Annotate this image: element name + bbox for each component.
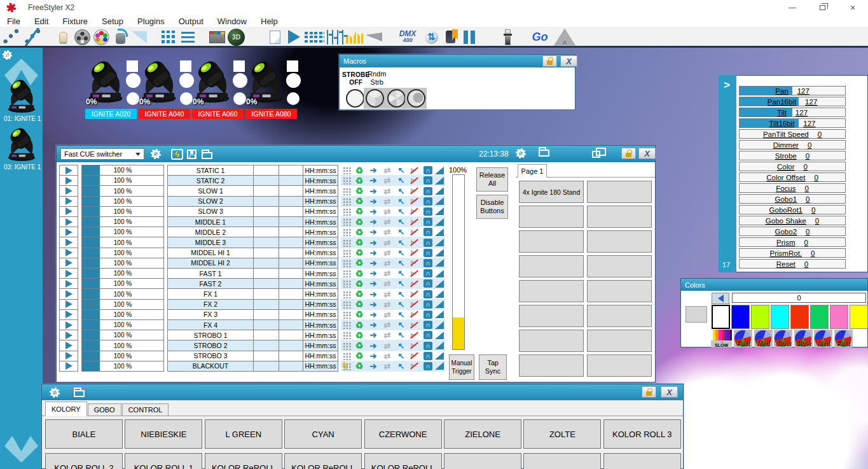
- mute-icon[interactable]: [410, 228, 421, 237]
- page-cue-button[interactable]: [587, 280, 652, 302]
- shuffle-icon[interactable]: [382, 351, 393, 360]
- cue-name[interactable]: BLACKOUT: [167, 361, 254, 372]
- cue-cell-empty[interactable]: [253, 361, 279, 372]
- cue-cell-empty[interactable]: [279, 185, 303, 196]
- channel-slider-tilt16bit[interactable]: Tilt16bit127: [739, 118, 846, 128]
- color-wheel-button-med[interactable]: Med: [754, 330, 773, 347]
- fade-mode-icon[interactable]: [424, 331, 432, 339]
- color-swatch[interactable]: [771, 305, 789, 329]
- channel-slider-reset[interactable]: Reset0: [739, 259, 846, 269]
- fade-mode-icon[interactable]: [424, 279, 432, 288]
- jump-back-icon[interactable]: [396, 248, 407, 257]
- mute-icon[interactable]: [410, 310, 421, 319]
- loop-icon[interactable]: [354, 290, 365, 298]
- menu-setup[interactable]: Setup: [95, 17, 130, 26]
- palette-lock-button[interactable]: [642, 386, 656, 398]
- cue-cell-empty[interactable]: [279, 227, 303, 237]
- cue-level-bar[interactable]: 100 %: [81, 288, 164, 299]
- jump-back-icon[interactable]: [396, 331, 407, 340]
- palette-button[interactable]: NIEBIESKIE: [125, 419, 202, 449]
- page-cue-button[interactable]: [519, 230, 584, 253]
- jump-back-icon[interactable]: [396, 166, 407, 175]
- ramp-icon[interactable]: [435, 187, 444, 195]
- fade-mode-icon[interactable]: [424, 300, 432, 309]
- master-fader-icon[interactable]: [499, 28, 516, 46]
- stage-fixture[interactable]: 0%IGNITE A080: [245, 55, 298, 135]
- ramp-icon[interactable]: [435, 321, 444, 329]
- color-wheel-button-med[interactable]: Med: [814, 330, 832, 347]
- mute-icon[interactable]: [410, 279, 421, 288]
- cue-name[interactable]: STATIC 1: [167, 165, 254, 176]
- forward-icon[interactable]: [368, 186, 379, 195]
- stage-fixture[interactable]: 0%IGNITE A040: [138, 55, 191, 135]
- color-wheel-button-slow[interactable]: Slow: [774, 330, 792, 347]
- dots-grid-icon[interactable]: [342, 207, 351, 216]
- loop-icon[interactable]: [354, 228, 365, 237]
- forward-icon[interactable]: [368, 351, 379, 360]
- forward-icon[interactable]: [368, 238, 379, 247]
- lamp-icon[interactable]: [55, 28, 71, 46]
- dots-grid-icon[interactable]: [342, 218, 351, 226]
- mute-icon[interactable]: [410, 361, 421, 370]
- cue-play-button[interactable]: [59, 340, 78, 351]
- cue-time-cell[interactable]: HH:mm:ss: [303, 288, 338, 299]
- cue-name[interactable]: MIDDLE 3: [167, 237, 254, 248]
- page-cue-button[interactable]: [587, 330, 652, 352]
- color-wheel-button-fast[interactable]: Fast: [734, 330, 752, 347]
- shuffle-icon[interactable]: [382, 176, 393, 185]
- channel-slider-focus[interactable]: Focus0: [739, 183, 846, 193]
- new-file-icon[interactable]: [266, 28, 283, 46]
- cue-name[interactable]: FX 2: [167, 299, 254, 310]
- cue-cell-empty[interactable]: [279, 165, 303, 176]
- cue-time-cell[interactable]: HH:mm:ss: [303, 175, 338, 186]
- palette-button[interactable]: KOLOR ROLL 2: [45, 453, 123, 469]
- cue-play-button[interactable]: [59, 175, 78, 186]
- macro-button-1[interactable]: [344, 88, 366, 109]
- cue-play-button[interactable]: [59, 185, 78, 196]
- forward-icon[interactable]: [368, 218, 379, 227]
- cue-play-button[interactable]: [59, 216, 78, 227]
- fade-mode-icon[interactable]: [424, 239, 432, 247]
- fade-mode-icon[interactable]: [424, 311, 432, 319]
- open-icon[interactable]: [202, 152, 212, 159]
- channel-slider-pantilt-speed[interactable]: PanTilt Speed0: [739, 129, 846, 139]
- cue-cell-empty[interactable]: [253, 309, 279, 320]
- cue-play-button[interactable]: [59, 319, 78, 330]
- cue-name[interactable]: FAST 2: [167, 278, 254, 289]
- dots-grid-icon[interactable]: [342, 166, 351, 174]
- fixture-label[interactable]: IGNITE A060: [192, 109, 244, 119]
- play-icon[interactable]: [286, 28, 302, 46]
- beam-icon[interactable]: [131, 28, 148, 46]
- cue-name[interactable]: STROBO 1: [167, 330, 254, 340]
- color-swatch[interactable]: [751, 305, 769, 329]
- cue-name[interactable]: MIDDEL HI 2: [167, 258, 254, 269]
- dots-grid-icon[interactable]: [342, 259, 351, 267]
- forward-icon[interactable]: [368, 321, 379, 330]
- cue-cell-empty[interactable]: [253, 196, 279, 207]
- ramp-icon[interactable]: [435, 300, 444, 308]
- cue-time-cell[interactable]: HH:mm:ss: [303, 196, 338, 207]
- cue-level-bar[interactable]: 100 %: [81, 268, 164, 279]
- page-cue-button[interactable]: [519, 305, 584, 327]
- mute-icon[interactable]: [410, 248, 421, 257]
- forward-icon[interactable]: [368, 300, 379, 309]
- jump-back-icon[interactable]: [396, 186, 407, 195]
- jump-back-icon[interactable]: [396, 341, 407, 350]
- cue-cell-empty[interactable]: [253, 268, 279, 279]
- dots-grid-icon[interactable]: [342, 269, 351, 277]
- ramp-icon[interactable]: [435, 177, 444, 185]
- page-tab[interactable]: Page 1: [518, 164, 547, 178]
- ramp-icon[interactable]: [435, 342, 444, 349]
- save-icon[interactable]: [187, 150, 196, 159]
- cue-cell-empty[interactable]: [279, 268, 303, 279]
- cue-titlebar[interactable]: Fast CUE switcher ϟ 22:13:38: [57, 146, 655, 162]
- palette-button[interactable]: [444, 453, 521, 469]
- color-swatch[interactable]: [810, 305, 829, 329]
- cue-name[interactable]: FAST 1: [167, 268, 254, 279]
- close-button[interactable]: ×: [837, 0, 868, 15]
- cue-time-cell[interactable]: HH:mm:ss: [303, 248, 338, 258]
- shuffle-icon[interactable]: [382, 269, 393, 278]
- s2l-icon[interactable]: A: [554, 29, 575, 46]
- color-wheel-button-fast[interactable]: Fast: [834, 330, 853, 347]
- cue-level-bar[interactable]: 100 %: [81, 258, 164, 269]
